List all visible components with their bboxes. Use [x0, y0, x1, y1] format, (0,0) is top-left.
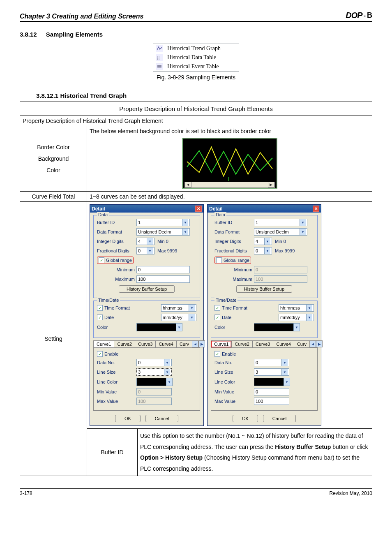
minimum-input[interactable]	[136, 266, 190, 273]
enable-checkbox[interactable]: ✓ Enable	[97, 351, 118, 357]
chevron-down-icon[interactable]: ▼	[306, 314, 312, 321]
list-item[interactable]: Historical Event Table	[153, 62, 239, 71]
fractional-digits-select[interactable]: 0▼	[254, 247, 272, 254]
time-color-picker[interactable]: ▼	[136, 323, 182, 331]
chevron-down-icon[interactable]: ▼	[147, 238, 153, 245]
chevron-down-icon[interactable]: ▼	[182, 229, 188, 235]
line-size-select[interactable]: 3▼	[136, 368, 172, 376]
min-value-input	[136, 388, 172, 395]
tab-curve1[interactable]: Curve1	[211, 340, 232, 347]
integer-digits-select[interactable]: 4▼	[136, 238, 154, 245]
scroll-left-icon[interactable]: ◄	[185, 182, 191, 187]
fractional-suffix: Max 9999	[157, 248, 177, 253]
time-date-fieldset: Time/Date ✓ Time Format hh:mm:ss▼ ✓ Date…	[93, 301, 200, 338]
max-value-label: Max Value	[214, 399, 252, 404]
integer-digits-select[interactable]: 4▼	[254, 238, 272, 245]
line-color-picker[interactable]: ▼	[254, 378, 290, 386]
data-no-label: Data No.	[214, 360, 252, 365]
curve-total-label: Curve Field Total	[20, 192, 87, 202]
ok-button[interactable]: OK	[233, 415, 258, 422]
chevron-down-icon[interactable]: ▼	[281, 369, 288, 375]
chevron-down-icon[interactable]: ▼	[281, 359, 288, 366]
min-value-input[interactable]	[254, 388, 289, 395]
max-value-input[interactable]	[254, 398, 289, 405]
tab-curve4[interactable]: Curve4	[273, 340, 294, 347]
chevron-down-icon[interactable]: ▼	[189, 314, 195, 321]
chevron-down-icon[interactable]: ▼	[264, 247, 270, 254]
time-format-select[interactable]: hh:mm:ss▼	[161, 304, 196, 312]
minimum-label: Minimum	[214, 267, 252, 272]
chevron-down-icon[interactable]: ▼	[306, 305, 312, 311]
enable-checkbox[interactable]: ✓ Enable	[214, 351, 236, 357]
close-icon[interactable]: ✕	[313, 206, 319, 212]
date-select[interactable]: mm/dd/yy▼	[161, 314, 196, 321]
fractional-digits-label: Fractional Digits	[97, 248, 135, 253]
tab-curve3[interactable]: Curve3	[135, 340, 156, 347]
tab-curve2[interactable]: Curve2	[231, 340, 252, 347]
tab-nav-right-icon[interactable]: ▶	[198, 340, 205, 347]
tab-nav-left-icon[interactable]: ◄	[192, 340, 198, 347]
maximum-label: Maximum	[214, 277, 252, 282]
date-select[interactable]: mm/dd/yy▼	[279, 314, 314, 321]
buffer-id-select[interactable]: 1▼	[136, 219, 190, 226]
tab-nav-left-icon[interactable]: ◄	[309, 340, 316, 347]
tab-curve-more[interactable]: Curv	[294, 340, 310, 347]
chevron-down-icon[interactable]: ▼	[293, 324, 300, 331]
dialog-titlebar[interactable]: Detail ✕	[208, 205, 321, 213]
maximum-input[interactable]	[136, 275, 190, 283]
global-range-checkbox[interactable]: Global range	[214, 257, 251, 264]
chevron-down-icon[interactable]: ▼	[164, 369, 170, 375]
ok-button[interactable]: OK	[115, 415, 141, 422]
time-format-checkbox[interactable]: ✓ Time Format	[97, 305, 130, 311]
cancel-button[interactable]: Cancel	[263, 415, 296, 422]
fractional-digits-select[interactable]: 0▼	[136, 247, 154, 254]
chevron-down-icon[interactable]: ▼	[264, 238, 270, 245]
event-table-icon	[156, 63, 163, 70]
data-no-label: Data No.	[97, 360, 135, 365]
tab-curve-more[interactable]: Curv	[176, 340, 192, 347]
checkbox-icon: ✓	[99, 257, 104, 263]
dialog-title: Detail	[92, 206, 105, 212]
global-range-checkbox[interactable]: ✓ Global range	[97, 257, 134, 264]
time-color-picker[interactable]: ▼	[254, 323, 300, 331]
chevron-down-icon[interactable]: ▼	[176, 324, 182, 331]
line-color-picker[interactable]: ▼	[136, 378, 173, 386]
tab-curve3[interactable]: Curve3	[252, 340, 273, 347]
time-format-checkbox[interactable]: ✓ Time Format	[214, 305, 247, 311]
scroll-right-icon[interactable]: ▶	[268, 182, 274, 187]
chevron-down-icon[interactable]: ▼	[147, 247, 153, 254]
time-color-label: Color	[214, 325, 252, 330]
list-item[interactable]: Historical Trend Graph	[153, 44, 239, 53]
history-buffer-setup-button[interactable]: History Buffer Setup	[119, 285, 175, 293]
date-checkbox[interactable]: ✓ Date	[214, 314, 231, 320]
chevron-down-icon[interactable]: ▼	[300, 229, 306, 235]
cancel-button[interactable]: Cancel	[145, 415, 178, 422]
data-no-select[interactable]: 0▼	[136, 359, 172, 366]
data-format-select[interactable]: Unsigned Decim▼	[136, 228, 190, 236]
chart-scrollbar[interactable]: ◄ ▶	[184, 181, 275, 188]
max-value-input	[136, 398, 172, 405]
dialog-titlebar[interactable]: Detail ✕	[90, 205, 203, 213]
list-item[interactable]: 0 1 1 0 Historical Data Table	[153, 53, 239, 62]
chevron-down-icon[interactable]: ▼	[164, 359, 170, 366]
checkbox-icon: ✓	[214, 314, 220, 320]
tab-nav-right-icon[interactable]: ▶	[316, 340, 323, 347]
data-format-select[interactable]: Unsigned Decim▼	[254, 228, 307, 236]
chevron-down-icon[interactable]: ▼	[182, 219, 188, 226]
line-size-select[interactable]: 3▼	[254, 368, 289, 376]
setting-label: Setting	[20, 202, 87, 476]
chevron-down-icon[interactable]: ▼	[284, 378, 290, 386]
date-checkbox[interactable]: ✓ Date	[97, 314, 114, 320]
history-buffer-setup-button[interactable]: History Buffer Setup	[236, 285, 292, 293]
chevron-down-icon[interactable]: ▼	[189, 305, 195, 311]
close-icon[interactable]: ✕	[195, 206, 202, 212]
tab-curve1[interactable]: Curve1	[93, 340, 114, 347]
min-value-label: Min Value	[97, 389, 135, 394]
chevron-down-icon[interactable]: ▼	[166, 378, 172, 386]
tab-curve2[interactable]: Curve2	[114, 340, 135, 347]
tab-curve4[interactable]: Curve4	[155, 340, 176, 347]
chevron-down-icon[interactable]: ▼	[300, 219, 306, 226]
data-no-select[interactable]: 0▼	[254, 359, 289, 366]
buffer-id-select[interactable]: 1▼	[254, 219, 307, 226]
time-format-select[interactable]: hh:mm:ss▼	[279, 304, 314, 312]
